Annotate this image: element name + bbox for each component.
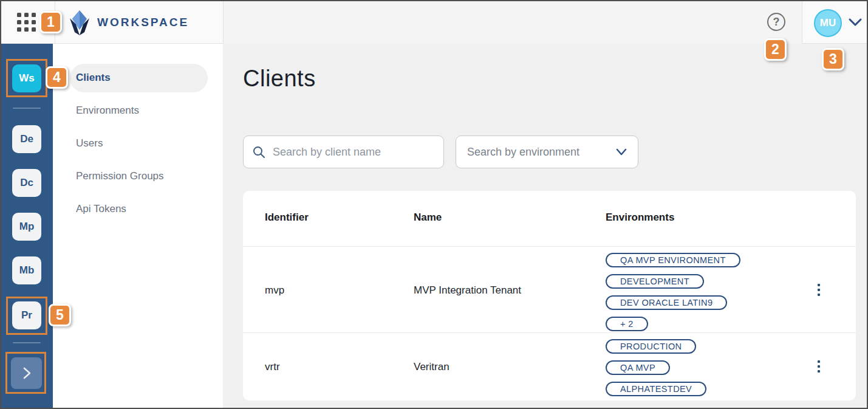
sidebar-tile-de[interactable]: De — [12, 125, 41, 153]
annotation-box-expand — [5, 352, 46, 394]
environment-badge: QA MVP — [606, 360, 670, 375]
sidebar-tile-dc[interactable]: Dc — [12, 169, 41, 197]
annotation-4: 4 — [46, 66, 68, 89]
annotation-3: 3 — [822, 48, 844, 70]
nav-item-api-tokens[interactable]: Api Tokens — [76, 202, 126, 216]
environment-filter-placeholder: Search by environment — [467, 146, 579, 159]
apps-grid-icon[interactable] — [17, 13, 38, 33]
user-menu-chevron-icon[interactable] — [848, 17, 863, 29]
nav-item-users[interactable]: Users — [76, 136, 103, 151]
annotation-5: 5 — [49, 304, 71, 326]
annotation-box-pr — [6, 297, 47, 335]
top-bar: WORKSPACE ? MU — [1, 1, 867, 44]
environment-badge: QA MVP ENVIRONMENT — [606, 253, 740, 267]
environment-filter-select[interactable]: Search by environment — [456, 136, 638, 168]
environment-badge: PRODUCTION — [606, 339, 696, 354]
client-name: MVP Integration Tenant — [414, 284, 521, 297]
client-name: Veritran — [414, 361, 449, 373]
user-avatar[interactable]: MU — [814, 9, 842, 37]
help-icon: ? — [773, 16, 780, 28]
clients-table: Identifier Name Environments mvp MVP Int… — [243, 191, 856, 400]
search-icon — [252, 145, 265, 159]
environment-more-badge[interactable]: + 2 — [606, 317, 648, 331]
main-content: Clients Search by environment Identifier… — [223, 44, 868, 409]
sidebar-tile-mb[interactable]: Mb — [12, 256, 41, 284]
help-button[interactable]: ? — [767, 13, 785, 31]
column-header-environments: Environments — [606, 211, 674, 224]
annotation-2: 2 — [764, 38, 787, 61]
column-header-name: Name — [414, 211, 442, 224]
environment-badge: ALPHATESTDEV — [606, 382, 706, 396]
sidebar-divider — [13, 108, 41, 109]
environment-badges: PRODUCTION QA MVP ALPHATESTDEV — [606, 339, 706, 396]
nav-item-environments[interactable]: Environments — [76, 103, 139, 118]
section-nav: Clients Environments Users Permission Gr… — [53, 44, 223, 409]
page-title: Clients — [243, 66, 316, 92]
brand-title: WORKSPACE — [97, 1, 189, 44]
top-bar-divider — [223, 1, 224, 44]
environment-badge: DEVELOPMENT — [606, 274, 704, 289]
environment-badge: DEV ORACLE LATIN9 — [606, 295, 727, 310]
nav-item-clients[interactable]: Clients — [76, 70, 111, 85]
workspace-logo-icon — [68, 10, 91, 36]
table-row: vrtr Veritran PRODUCTION QA MVP ALPHATES… — [243, 332, 856, 400]
avatar-initials: MU — [820, 17, 836, 29]
annotation-box-ws — [6, 59, 47, 97]
client-search-box — [243, 136, 444, 168]
kebab-icon — [818, 284, 820, 286]
chevron-down-icon — [616, 148, 627, 156]
top-bar-middle-section — [223, 1, 802, 44]
client-identifier: mvp — [265, 284, 284, 297]
column-header-identifier: Identifier — [265, 211, 309, 224]
nav-item-permission-groups[interactable]: Permission Groups — [76, 169, 164, 184]
app-window: WORKSPACE ? MU Ws De Dc Mp Mb Pr — [0, 0, 868, 409]
sidebar-tile-mp[interactable]: Mp — [12, 213, 41, 241]
environment-badges: QA MVP ENVIRONMENT DEVELOPMENT DEV ORACL… — [606, 253, 740, 331]
kebab-icon — [818, 360, 820, 363]
client-identifier: vrtr — [265, 361, 280, 373]
annotation-1: 1 — [39, 11, 62, 33]
row-actions-button[interactable] — [811, 359, 827, 374]
sidebar-divider — [13, 342, 41, 343]
top-bar-divider — [802, 1, 802, 44]
table-header-row: Identifier Name Environments — [243, 191, 856, 246]
table-row: mvp MVP Integration Tenant QA MVP ENVIRO… — [243, 246, 856, 332]
row-actions-button[interactable] — [811, 282, 827, 298]
client-search-input[interactable] — [273, 146, 435, 159]
